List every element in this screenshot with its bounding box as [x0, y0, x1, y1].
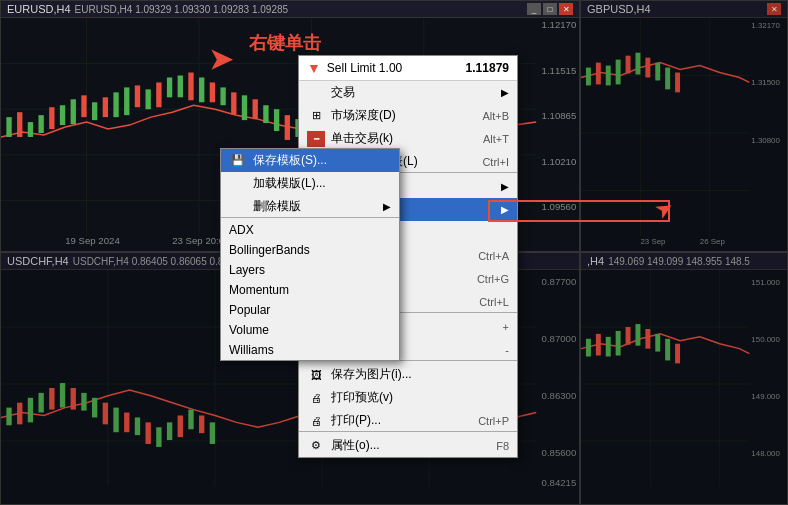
period-submenu-arrow: ▶ — [501, 181, 509, 192]
svg-text:1.09560: 1.09560 — [542, 203, 577, 213]
submenu-item-volume[interactable]: Volume — [221, 320, 399, 340]
eurusd-title: EURUSD,H4 — [7, 3, 71, 15]
popular-label: Popular — [229, 303, 391, 317]
trade-label: 交易 — [331, 84, 491, 101]
main-container: EURUSD,H4 EURUSD,H4 1.09329 1.09330 1.09… — [0, 0, 788, 505]
menu-item-market-depth[interactable]: ⊞ 市场深度(D) Alt+B — [299, 104, 517, 127]
svg-rect-110 — [655, 334, 660, 352]
submenu-item-adx[interactable]: ADX — [221, 220, 399, 240]
menu-item-one-click[interactable]: ━ 单击交易(k) Alt+T — [299, 127, 517, 150]
bollinger-label: BollingerBands — [229, 243, 391, 257]
svg-text:1.12170: 1.12170 — [542, 20, 577, 30]
svg-text:0.84215: 0.84215 — [542, 479, 577, 489]
jpyusd-chart[interactable]: ,H4 149.069 149.099 148.955 148.5 — [580, 252, 788, 505]
submenu-item-williams[interactable]: Williams — [221, 340, 399, 360]
one-click-label: 单击交易(k) — [331, 130, 477, 147]
adx-label: ADX — [229, 223, 391, 237]
submenu-item-load-template[interactable]: 加载模版(L)... — [221, 172, 399, 195]
window-controls: _ □ ✕ — [527, 3, 573, 15]
menu-item-properties[interactable]: ⚙ 属性(o)... F8 — [299, 434, 517, 457]
usdchf-title: USDCHF,H4 — [7, 255, 69, 267]
save-image-icon: 🖼 — [307, 367, 325, 383]
svg-text:149.000: 149.000 — [751, 392, 780, 401]
svg-rect-29 — [231, 92, 236, 114]
svg-rect-60 — [675, 73, 680, 93]
submenu-item-save-template[interactable]: 💾 保存模板(S)... — [221, 149, 399, 172]
svg-rect-22 — [156, 82, 161, 107]
sell-limit-item[interactable]: ▼ Sell Limit 1.00 1.11879 — [299, 56, 517, 81]
svg-rect-20 — [135, 85, 140, 107]
svg-text:1.10865: 1.10865 — [542, 111, 577, 121]
svg-rect-76 — [38, 393, 43, 413]
delete-submenu-arrow: ▶ — [383, 201, 391, 212]
gbpusd-close-button[interactable]: ✕ — [767, 3, 781, 15]
print-icon: 🖨 — [307, 413, 325, 429]
svg-text:1.11515: 1.11515 — [542, 66, 577, 76]
svg-rect-77 — [49, 388, 54, 410]
submenu-item-delete-template[interactable]: 删除模版 ▶ — [221, 195, 399, 218]
svg-rect-73 — [6, 408, 11, 426]
svg-rect-31 — [253, 99, 258, 119]
submenu-item-popular[interactable]: Popular — [221, 300, 399, 320]
svg-rect-27 — [210, 82, 215, 102]
svg-rect-111 — [665, 339, 670, 361]
svg-rect-14 — [71, 99, 76, 124]
svg-rect-23 — [167, 77, 172, 97]
properties-label: 属性(o)... — [331, 437, 490, 454]
submenu-template: 💾 保存模板(S)... 加载模版(L)... 删除模版 ▶ ADX Bolli… — [220, 148, 400, 361]
zoom-out-shortcut: - — [505, 344, 509, 356]
sell-limit-arrow-icon: ▼ — [307, 60, 321, 76]
submenu-item-layers[interactable]: Layers — [221, 260, 399, 280]
close-button[interactable]: ✕ — [559, 3, 573, 15]
svg-rect-82 — [103, 403, 108, 425]
gbpusd-chart[interactable]: GBPUSD,H4 ✕ — [580, 0, 788, 252]
svg-rect-11 — [38, 115, 43, 133]
svg-rect-88 — [167, 422, 172, 440]
volume-shortcut: Ctrl+L — [479, 296, 509, 308]
svg-text:23 Sep: 23 Sep — [640, 237, 666, 246]
svg-rect-16 — [92, 102, 97, 120]
svg-rect-57 — [645, 58, 650, 78]
svg-rect-34 — [285, 115, 290, 140]
svg-rect-51 — [586, 68, 591, 86]
minimize-button[interactable]: _ — [527, 3, 541, 15]
save-template-icon: 💾 — [229, 153, 247, 169]
menu-item-print-preview[interactable]: 🖨 打印预览(v) — [299, 386, 517, 409]
one-click-shortcut: Alt+T — [483, 133, 509, 145]
print-preview-icon: 🖨 — [307, 390, 325, 406]
print-preview-label: 打印预览(v) — [331, 389, 509, 406]
svg-rect-55 — [626, 56, 631, 74]
svg-rect-10 — [28, 122, 33, 137]
svg-rect-19 — [124, 87, 129, 115]
svg-rect-18 — [113, 92, 118, 117]
svg-rect-105 — [606, 337, 611, 357]
load-template-icon — [229, 176, 247, 192]
auto-arrange-shortcut: Ctrl+A — [478, 250, 509, 262]
jpyusd-title-bar: ,H4 149.069 149.099 148.955 148.5 — [581, 253, 787, 270]
gbpusd-window-controls: ✕ — [767, 3, 781, 15]
jpyusd-svg: 151.000 150.000 149.000 148.000 — [581, 270, 787, 501]
svg-rect-112 — [675, 344, 680, 364]
menu-item-print[interactable]: 🖨 打印(P)... Ctrl+P — [299, 409, 517, 432]
svg-rect-106 — [616, 331, 621, 356]
gbpusd-title-bar: GBPUSD,H4 ✕ — [581, 1, 787, 18]
sell-limit-label: Sell Limit 1.00 — [327, 61, 402, 75]
menu-item-trade[interactable]: 交易 ▶ — [299, 81, 517, 104]
svg-rect-91 — [199, 415, 204, 433]
svg-rect-58 — [655, 63, 660, 81]
menu-item-save-image[interactable]: 🖼 保存为图片(i)... — [299, 363, 517, 386]
svg-rect-109 — [645, 329, 650, 349]
svg-rect-56 — [635, 53, 640, 75]
properties-shortcut: F8 — [496, 440, 509, 452]
jpyusd-title: ,H4 — [587, 255, 604, 267]
svg-rect-84 — [124, 413, 129, 433]
svg-rect-74 — [17, 403, 22, 425]
submenu-item-momentum[interactable]: Momentum — [221, 280, 399, 300]
market-depth-shortcut: Alt+B — [482, 110, 509, 122]
maximize-button[interactable]: □ — [543, 3, 557, 15]
submenu-item-bollinger[interactable]: BollingerBands — [221, 240, 399, 260]
svg-rect-32 — [263, 105, 268, 123]
momentum-label: Momentum — [229, 283, 391, 297]
gbpusd-svg: 1.32170 1.31500 1.30800 23 Sep 26 Sep — [581, 18, 787, 248]
properties-icon: ⚙ — [307, 438, 325, 454]
